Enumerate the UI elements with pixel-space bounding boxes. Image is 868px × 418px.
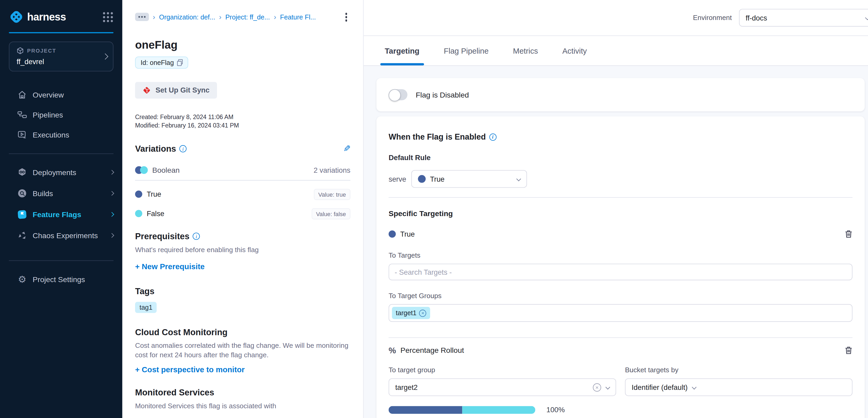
new-prerequisite-button[interactable]: + New Prerequisite bbox=[135, 262, 205, 271]
logo-divider bbox=[9, 32, 114, 33]
sidebar-item-deployments[interactable]: Deployments bbox=[0, 162, 122, 183]
chevron-right-icon bbox=[102, 53, 108, 60]
percent-icon: % bbox=[389, 346, 396, 355]
sidebar-item-project-settings[interactable]: ⚙ Project Settings bbox=[0, 269, 122, 290]
remove-chip-icon[interactable] bbox=[419, 309, 426, 317]
default-rule-serve-select[interactable]: True bbox=[411, 170, 527, 188]
info-icon[interactable] bbox=[193, 233, 200, 240]
delete-targeting-trash-icon[interactable] bbox=[845, 230, 852, 238]
tab-targeting[interactable]: Targeting bbox=[383, 36, 421, 65]
project-cube-icon bbox=[17, 47, 24, 54]
bucket-targets-by-select[interactable]: Identifier (default) bbox=[625, 378, 852, 396]
target-group-chip: target1 bbox=[392, 307, 430, 319]
target-groups-field[interactable]: target1 bbox=[389, 304, 852, 322]
targeting-content: Flag is Disabled When the Flag is Enable… bbox=[364, 66, 868, 418]
variation-true-color-dot bbox=[135, 190, 142, 198]
edit-variations-pencil-icon[interactable] bbox=[343, 144, 350, 153]
rollout-target-group-value: target2 bbox=[395, 383, 417, 391]
flag-id-chip[interactable]: Id: oneFlag bbox=[135, 56, 188, 68]
targets-search-input[interactable] bbox=[395, 268, 846, 276]
bucket-targets-by-value: Identifier (default) bbox=[631, 383, 687, 391]
flag-state-card: Flag is Disabled bbox=[376, 78, 865, 111]
project-selector[interactable]: PROJECT ff_devrel bbox=[9, 41, 114, 71]
breadcrumb-feature-flags[interactable]: Feature Fl... bbox=[280, 13, 316, 21]
delete-rollout-trash-icon[interactable] bbox=[845, 346, 852, 355]
prerequisites-description: What's required before enabling this fla… bbox=[135, 245, 350, 255]
variation-value-badge: Value: true bbox=[314, 188, 350, 200]
sidebar-item-feature-flags[interactable]: Feature Flags bbox=[0, 204, 122, 225]
project-label: PROJECT bbox=[27, 48, 56, 54]
chevron-down-icon bbox=[516, 177, 521, 181]
environment-value: ff-docs bbox=[746, 14, 767, 22]
default-rule-label: Default Rule bbox=[389, 153, 852, 162]
tab-flag-pipeline[interactable]: Flag Pipeline bbox=[443, 36, 490, 65]
divider bbox=[389, 337, 852, 338]
info-icon[interactable] bbox=[489, 133, 496, 140]
flag-rules-card: When the Flag is Enabled Default Rule se… bbox=[376, 116, 865, 418]
variation-name: True bbox=[147, 190, 161, 199]
percentage-rollout-label: Percentage Rollout bbox=[400, 346, 464, 355]
target-group-chip-label: target1 bbox=[396, 309, 417, 317]
sidebar-item-overview[interactable]: Overview bbox=[0, 85, 122, 104]
more-options-kebab-icon[interactable] bbox=[342, 11, 350, 22]
rollout-true-segment bbox=[389, 406, 462, 413]
variation-type-label: Boolean bbox=[152, 166, 180, 174]
sidebar-item-label: Deployments bbox=[33, 168, 76, 177]
breadcrumb-separator-icon: › bbox=[153, 13, 155, 20]
flag-detail-tabs: Targeting Flag Pipeline Metrics Activity bbox=[364, 36, 868, 66]
harness-app: harness PROJECT ff_devrel Over bbox=[0, 0, 868, 418]
breadcrumb-organization[interactable]: Organization: def... bbox=[159, 13, 215, 21]
executions-icon bbox=[17, 129, 27, 140]
builds-icon bbox=[17, 188, 27, 198]
setup-git-sync-button[interactable]: Set Up Git Sync bbox=[135, 82, 217, 98]
sidebar-item-label: Feature Flags bbox=[33, 210, 81, 219]
sidebar-item-chaos-experiments[interactable]: Chaos Experiments bbox=[0, 225, 122, 246]
variation-row-true: True Value: true bbox=[135, 188, 350, 200]
sidebar-item-label: Executions bbox=[33, 130, 69, 139]
variation-true-color-dot bbox=[418, 175, 425, 183]
prerequisites-heading: Prerequisites bbox=[135, 231, 189, 241]
divider bbox=[135, 180, 350, 180]
info-icon[interactable] bbox=[180, 145, 187, 152]
breadcrumb-ellipsis-button[interactable] bbox=[135, 13, 149, 21]
specific-targeting-variation-row: True bbox=[389, 230, 852, 238]
chevron-right-icon bbox=[110, 170, 114, 175]
tab-metrics[interactable]: Metrics bbox=[512, 36, 539, 65]
tab-activity[interactable]: Activity bbox=[561, 36, 588, 65]
rollout-target-group-select[interactable]: target2 bbox=[389, 378, 616, 396]
chevron-right-icon bbox=[110, 233, 114, 238]
sidebar-nav-bottom: ⚙ Project Settings bbox=[0, 269, 122, 290]
flag-enabled-toggle[interactable] bbox=[389, 89, 407, 100]
specific-targeting-heading: Specific Targeting bbox=[389, 209, 852, 218]
logo-row: harness bbox=[0, 10, 122, 24]
home-icon bbox=[17, 90, 27, 100]
sidebar-item-builds[interactable]: Builds bbox=[0, 183, 122, 204]
environment-header: Environment ff-docs bbox=[364, 0, 868, 36]
flag-title: oneFlag bbox=[135, 38, 350, 51]
sidebar-item-pipelines[interactable]: Pipelines bbox=[0, 104, 122, 125]
clear-selection-icon[interactable] bbox=[593, 383, 601, 391]
serve-value: True bbox=[430, 175, 444, 183]
boolean-type-icon bbox=[135, 166, 148, 174]
breadcrumb-separator-icon: › bbox=[274, 13, 276, 20]
breadcrumb-separator-icon: › bbox=[219, 13, 221, 20]
module-grid-icon[interactable] bbox=[103, 12, 113, 22]
rollout-distribution-row: 100% bbox=[389, 406, 852, 414]
rollout-distribution-bar bbox=[389, 406, 535, 413]
sidebar-item-executions[interactable]: Executions bbox=[0, 125, 122, 145]
chevron-right-icon bbox=[110, 212, 114, 217]
breadcrumb-project[interactable]: Project: ff_de... bbox=[225, 13, 270, 21]
variation-name: False bbox=[147, 209, 164, 218]
environment-select[interactable]: ff-docs bbox=[739, 9, 868, 27]
enabled-rules-heading: When the Flag is Enabled bbox=[389, 132, 486, 142]
rollout-target-group-label: To target group bbox=[389, 366, 616, 374]
sidebar-nav-modules: Deployments Builds Feature Flags bbox=[0, 162, 122, 246]
sidebar-item-label: Overview bbox=[33, 91, 64, 99]
served-variation-name: True bbox=[400, 230, 414, 238]
variation-true-color-dot bbox=[389, 231, 396, 238]
sidebar-nav-top: Overview Pipelines Executions bbox=[0, 85, 122, 145]
copy-icon[interactable] bbox=[177, 59, 183, 65]
flag-summary-panel: › Organization: def... › Project: ff_de.… bbox=[122, 0, 364, 418]
cost-perspective-button[interactable]: + Cost perspective to monitor bbox=[135, 365, 245, 374]
to-target-groups-label: To Target Groups bbox=[389, 292, 852, 299]
